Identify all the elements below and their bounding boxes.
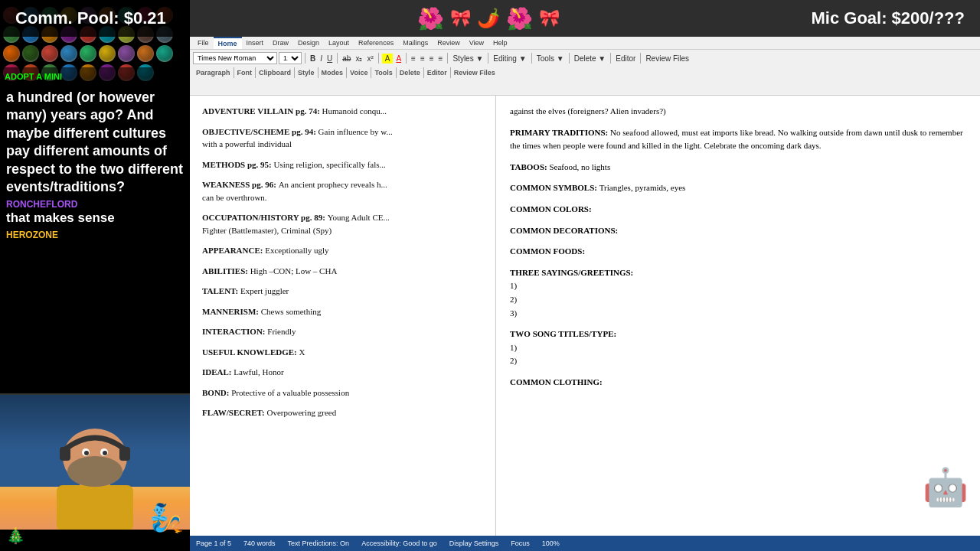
subscript-button[interactable]: x₂ bbox=[354, 54, 364, 64]
word-area: FileHomeInsertDrawDesignLayoutReferences… bbox=[190, 37, 980, 536]
doc-entry-interaction: INTERACTION: Friendly bbox=[202, 325, 483, 338]
xmas-decoration: 🌺 🎀 🌶️ 🌺 🎀 bbox=[166, 6, 812, 31]
username-roncheflord: RONCHEFLORD bbox=[6, 199, 184, 210]
xmas-tree-icon: 🎄 bbox=[6, 527, 25, 545]
ribbon-tab-file[interactable]: File bbox=[193, 37, 214, 49]
deco-ball-19 bbox=[22, 45, 39, 62]
chat-messages: a hundred (or however many) years ago? A… bbox=[0, 84, 190, 245]
doc-section-three-sayings: THREE SAYINGS/GREETINGS: 1) 2) 3) bbox=[510, 266, 966, 320]
deco-ball-25 bbox=[137, 45, 154, 62]
ribbon-tab-references[interactable]: References bbox=[354, 37, 398, 49]
doc-top-text: against the elves (foreigners? Alien inv… bbox=[510, 105, 966, 119]
comm-pool-label: Comm. Pool: $0.21 bbox=[15, 8, 166, 28]
deco-ball-20 bbox=[41, 45, 58, 62]
review-files-button[interactable]: Review Files bbox=[644, 54, 691, 64]
ribbon-tab-help[interactable]: Help bbox=[488, 37, 512, 49]
ribbon-tab-mailings[interactable]: Mailings bbox=[398, 37, 433, 49]
doc-section-common-colors: COMMON COLORS: bbox=[510, 203, 966, 217]
bold-button[interactable]: B bbox=[309, 54, 317, 64]
doc-entry-appearance: APPEARANCE: Exceptionally ugly bbox=[202, 244, 483, 257]
doc-section-taboos: TABOOS: Seafood, no lights bbox=[510, 161, 966, 174]
doc-left-column[interactable]: ADVENTURE VILLAIN pg. 74: Humanoid conqu… bbox=[190, 96, 496, 536]
justify-button[interactable]: ≡ bbox=[437, 54, 445, 64]
doc-entry-bond: BOND: Protective of a valuable possessio… bbox=[202, 386, 483, 399]
ribbon-tab-review[interactable]: Review bbox=[433, 37, 465, 49]
svg-rect-6 bbox=[119, 447, 130, 461]
doc-section-common-decorations: COMMON DECORATIONS: bbox=[510, 224, 966, 238]
adopt-overlay: ADOPT A MINI bbox=[0, 67, 190, 84]
deco-ball-22 bbox=[80, 45, 96, 62]
svg-point-10 bbox=[103, 451, 107, 455]
align-left-button[interactable]: ≡ bbox=[410, 54, 417, 64]
svg-rect-1 bbox=[57, 485, 133, 530]
ribbon-tab-draw[interactable]: Draw bbox=[268, 37, 293, 49]
align-right-button[interactable]: ≡ bbox=[428, 54, 436, 64]
ribbon-tabs[interactable]: FileHomeInsertDrawDesignLayoutReferences… bbox=[190, 37, 980, 50]
tools-button[interactable]: Tools ▼ bbox=[535, 54, 566, 64]
status-text-predictions: Text Predictions: On bbox=[288, 540, 350, 547]
username-herozone: HEROZONE bbox=[6, 230, 184, 240]
status-bar: Page 1 of 5 740 words Text Predictions: … bbox=[190, 536, 980, 551]
deco-ball-18 bbox=[3, 45, 20, 62]
doc-entry-weakness: WEAKNESS pg. 96: An ancient prophecy rev… bbox=[202, 178, 483, 204]
editor-button[interactable]: Editor bbox=[614, 54, 637, 64]
status-display-settings[interactable]: Display Settings bbox=[449, 540, 499, 547]
doc-content: ADVENTURE VILLAIN pg. 74: Humanoid conqu… bbox=[190, 96, 980, 536]
editing-button[interactable]: Editing ▼ bbox=[492, 54, 528, 64]
chat-message-1: a hundred (or however many) years ago? A… bbox=[6, 89, 184, 196]
delete-button[interactable]: Delete ▼ bbox=[573, 54, 608, 64]
deco-ball-26 bbox=[156, 45, 173, 62]
doc-section-common-symbols: COMMON SYMBOLS: Triangles, pyramids, eye… bbox=[510, 181, 966, 195]
top-bar: Comm. Pool: $0.21 🌺 🎀 🌶️ 🌺 🎀 Mic Goal: $… bbox=[0, 0, 980, 37]
deco-ball-24 bbox=[118, 45, 135, 62]
underline-button[interactable]: U bbox=[325, 54, 334, 64]
doc-section-two-songs: TWO SONG TITLES/TYPE: 1) 2) bbox=[510, 328, 966, 368]
doc-section-common-clothing: COMMON CLOTHING: bbox=[510, 376, 966, 390]
status-accessibility: Accessibility: Good to go bbox=[361, 540, 437, 547]
superscript-button[interactable]: x² bbox=[365, 54, 374, 64]
align-center-button[interactable]: ≡ bbox=[419, 54, 426, 64]
ribbon-tab-design[interactable]: Design bbox=[293, 37, 324, 49]
italic-button[interactable]: I bbox=[318, 54, 324, 64]
doc-entry-villain: ADVENTURE VILLAIN pg. 74: Humanoid conqu… bbox=[202, 105, 483, 118]
svg-point-4 bbox=[67, 456, 122, 487]
doc-entry-flaw: FLAW/SECRET: Overpowering greed bbox=[202, 406, 483, 419]
doc-right-column[interactable]: against the elves (foreigners? Alien inv… bbox=[496, 96, 980, 536]
adopt-text: ADOPT A MINI bbox=[5, 72, 62, 81]
status-words: 740 words bbox=[243, 540, 276, 547]
doc-section-common-foods: COMMON FOODS: bbox=[510, 245, 966, 259]
ribbon-tab-home[interactable]: Home bbox=[214, 37, 242, 49]
doc-entry-mannerism: MANNERISM: Chews something bbox=[202, 305, 483, 318]
doc-entry-talent: TALENT: Expert juggler bbox=[202, 285, 483, 298]
highlight-button[interactable]: A bbox=[382, 54, 394, 64]
svg-rect-5 bbox=[60, 447, 70, 461]
blue-character-right: 🤖 bbox=[923, 458, 969, 517]
doc-entry-occupation: OCCUPATION/HISTORY pg. 89: Young Adult C… bbox=[202, 211, 483, 236]
deco-ball-23 bbox=[99, 45, 116, 62]
deco-ball-21 bbox=[60, 45, 77, 62]
ribbon-tab-view[interactable]: View bbox=[465, 37, 488, 49]
ribbon-tab-layout[interactable]: Layout bbox=[324, 37, 354, 49]
font-name-selector[interactable]: Times New Roman Arial Calibri bbox=[193, 52, 277, 64]
doc-entry-useful-knowledge: USEFUL KNOWLEDGE: X bbox=[202, 346, 483, 359]
font-color-button[interactable]: A bbox=[394, 54, 403, 64]
ribbon-tab-insert[interactable]: Insert bbox=[242, 37, 269, 49]
chat-message-2: that makes sense bbox=[6, 210, 184, 227]
font-size-selector[interactable]: 11 12 14 bbox=[279, 52, 302, 64]
doc-entry-methods: METHODS pg. 95: Using religion, specific… bbox=[202, 158, 483, 171]
status-focus[interactable]: Focus bbox=[511, 540, 530, 547]
left-panel: ADOPT A MINI a hundred (or however many)… bbox=[0, 0, 190, 551]
svg-point-9 bbox=[84, 451, 89, 455]
status-page: Page 1 of 5 bbox=[196, 540, 231, 547]
mic-goal-label: Mic Goal: $200/??? bbox=[812, 8, 965, 28]
strikethrough-button[interactable]: ab bbox=[341, 54, 352, 64]
doc-entry-abilities: ABILITIES: High –CON; Low – CHA bbox=[202, 265, 483, 278]
doc-entry-ideal: IDEAL: Lawful, Honor bbox=[202, 366, 483, 379]
word-toolbar: Times New Roman Arial Calibri 11 12 14 B… bbox=[190, 50, 980, 96]
doc-section-primary-traditions: PRIMARY TRADITIONS: No seafood allowed, … bbox=[510, 126, 966, 153]
blue-character: 🧞 bbox=[149, 502, 184, 534]
doc-entry-objective: OBJECTIVE/SCHEME pg. 94: Gain influence … bbox=[202, 126, 483, 151]
styles-button[interactable]: Styles ▼ bbox=[451, 54, 485, 64]
status-zoom[interactable]: 100% bbox=[542, 540, 560, 547]
